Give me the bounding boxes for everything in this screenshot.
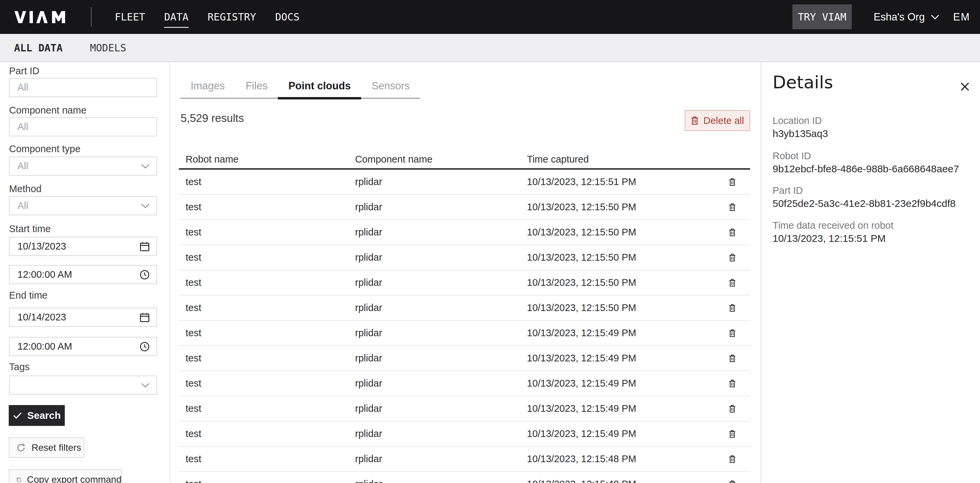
component-name-input[interactable]: All [9, 117, 157, 136]
table-row[interactable]: testrplidar10/13/2023, 12:15:50 PM [179, 220, 750, 245]
table-row[interactable]: testrplidar10/13/2023, 12:15:50 PM [179, 245, 750, 270]
nav-link-docs[interactable]: DOCS [275, 11, 299, 23]
col-component-name: Component name [348, 154, 520, 168]
delete-row-button[interactable] [729, 279, 736, 287]
cell-component-name: rplidar [348, 428, 520, 439]
filter-label: Part ID [9, 65, 39, 76]
cell-component-name: rplidar [348, 403, 520, 414]
trash-icon [691, 116, 699, 125]
cell-time-captured: 10/13/2023, 12:15:50 PM [520, 227, 722, 238]
tab-images[interactable]: Images [180, 81, 235, 98]
filter-label: Component type [9, 143, 81, 154]
filter-label: Start time [9, 223, 51, 234]
trash-icon [729, 253, 736, 262]
subnav-tab-models[interactable]: MODELS [90, 34, 126, 61]
table-row[interactable]: testrplidar10/13/2023, 12:15:49 PM [179, 371, 750, 396]
component-type-select[interactable]: All [9, 156, 157, 176]
cell-time-captured: 10/13/2023, 12:15:50 PM [520, 201, 722, 213]
cell-robot-name: test [179, 479, 348, 483]
delete-row-button[interactable] [729, 354, 736, 363]
cell-component-name: rplidar [348, 479, 520, 483]
trash-icon [729, 379, 736, 388]
viam-logo[interactable] [14, 0, 70, 34]
tab-point-clouds[interactable]: Point clouds [278, 81, 361, 98]
details-field-label: Part ID [773, 185, 803, 196]
table-row[interactable]: testrplidar10/13/2023, 12:15:50 PM [179, 270, 750, 296]
cell-robot-name: test [179, 252, 348, 263]
cell-component-name: rplidar [348, 176, 520, 187]
table-row[interactable]: testrplidar10/13/2023, 12:15:49 PM [179, 321, 750, 346]
cell-robot-name: test [179, 378, 348, 389]
delete-row-button[interactable] [729, 430, 736, 438]
table-row[interactable]: testrplidar10/13/2023, 12:15:50 PM [179, 195, 750, 220]
tab-files[interactable]: Files [235, 81, 278, 98]
org-menu[interactable]: Esha's Org [873, 0, 939, 34]
table-row[interactable]: testrplidar10/13/2023, 12:15:49 PM [179, 346, 750, 371]
cell-component-name: rplidar [348, 277, 520, 288]
copy-icon [16, 475, 21, 483]
data-type-tabs: ImagesFilesPoint cloudsSensors [180, 81, 420, 99]
avatar[interactable]: EM [953, 0, 970, 34]
tab-sensors[interactable]: Sensors [361, 81, 420, 98]
trash-icon [729, 203, 736, 212]
cell-robot-name: test [179, 428, 348, 439]
copy-export-command-button[interactable]: Copy export command [9, 469, 122, 483]
search-button[interactable]: Search [9, 405, 65, 426]
delete-row-button[interactable] [729, 304, 736, 312]
cell-robot-name: test [179, 302, 348, 313]
trash-icon [729, 304, 736, 312]
delete-row-button[interactable] [729, 455, 736, 464]
col-time-captured: Time captured [520, 154, 722, 168]
end-date-input[interactable]: 10/14/2023 [9, 308, 157, 327]
delete-row-button[interactable] [729, 178, 736, 187]
table-row[interactable]: testrplidar10/13/2023, 12:15:48 PM [179, 472, 750, 483]
details-field-value: 50f25de2-5a3c-41e2-8b81-23e2f9b4cdf8 [773, 198, 956, 209]
cell-component-name: rplidar [348, 227, 520, 238]
cell-component-name: rplidar [348, 302, 520, 313]
nav-link-registry[interactable]: REGISTRY [208, 11, 256, 23]
nav-link-fleet[interactable]: FLEET [115, 11, 145, 23]
table-row[interactable]: testrplidar10/13/2023, 12:15:49 PM [179, 422, 750, 447]
table-row[interactable]: testrplidar10/13/2023, 12:15:49 PM [179, 396, 750, 422]
method-select[interactable]: All [9, 196, 157, 215]
cell-robot-name: test [179, 277, 348, 288]
cell-component-name: rplidar [348, 453, 520, 464]
table-body: testrplidar10/13/2023, 12:15:51 PMtestrp… [179, 170, 750, 483]
table-row[interactable]: testrplidar10/13/2023, 12:15:48 PM [179, 447, 750, 472]
delete-row-button[interactable] [729, 329, 736, 338]
delete-row-button[interactable] [729, 203, 736, 212]
subnav: ALL DATAMODELS [0, 34, 980, 62]
cell-time-captured: 10/13/2023, 12:15:50 PM [520, 277, 722, 288]
nav-link-data[interactable]: DATA [164, 11, 188, 23]
delete-all-button[interactable]: Delete all [685, 110, 750, 131]
table-row[interactable]: testrplidar10/13/2023, 12:15:50 PM [179, 296, 750, 321]
filter-label: Method [9, 183, 41, 194]
delete-row-button[interactable] [729, 379, 736, 388]
chevron-down-icon [931, 14, 939, 20]
try-viam-button[interactable]: TRY VIAM [792, 4, 852, 29]
close-icon[interactable] [960, 81, 970, 92]
part-id-input[interactable]: All [9, 78, 157, 97]
delete-row-button[interactable] [729, 405, 736, 413]
subnav-tab-all-data[interactable]: ALL DATA [14, 34, 63, 61]
delete-row-button[interactable] [729, 480, 736, 483]
trash-icon [729, 455, 736, 464]
start-date-input[interactable]: 10/13/2023 [9, 237, 157, 256]
details-panel: Details Location IDh3yb135aq3Robot ID9b1… [760, 62, 980, 483]
filter-label: Component name [9, 105, 87, 116]
start-time-input[interactable]: 12:00:00 AM [9, 265, 157, 284]
end-time-input[interactable]: 12:00:00 AM [9, 337, 157, 356]
table-header: Robot name Component name Time captured [179, 154, 750, 170]
delete-row-button[interactable] [729, 228, 736, 237]
cell-time-captured: 10/13/2023, 12:15:49 PM [520, 403, 722, 414]
cell-component-name: rplidar [348, 353, 520, 364]
tags-select[interactable] [9, 376, 157, 395]
cell-time-captured: 10/13/2023, 12:15:48 PM [520, 453, 722, 464]
cell-component-name: rplidar [348, 327, 520, 339]
table-row[interactable]: testrplidar10/13/2023, 12:15:51 PM [179, 170, 750, 195]
delete-row-button[interactable] [729, 253, 736, 262]
reset-filters-button[interactable]: Reset filters [9, 437, 84, 458]
cell-time-captured: 10/13/2023, 12:15:51 PM [520, 176, 722, 187]
cell-robot-name: test [179, 353, 348, 364]
results-count: 5,529 results [181, 112, 244, 124]
